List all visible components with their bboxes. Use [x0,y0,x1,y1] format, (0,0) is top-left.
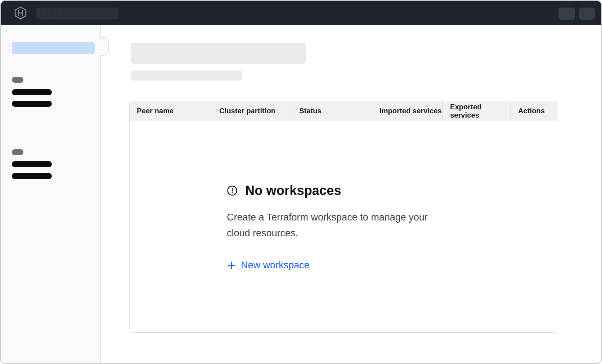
empty-state-title: No workspaces [245,183,341,198]
page-title-placeholder [131,43,306,64]
top-nav-bar [1,1,602,25]
new-workspace-label: New workspace [241,260,310,271]
hashicorp-logo-icon[interactable] [14,6,27,20]
sidebar-item-skeleton[interactable] [12,101,52,107]
plus-icon [227,261,236,270]
sidebar-item-skeleton[interactable] [12,89,52,95]
table-header-row: Peer name Cluster partition Status Impor… [130,101,558,121]
column-header-status: Status [292,101,372,121]
column-header-cluster-partition: Cluster partition [212,101,292,121]
sidebar-item-skeleton[interactable] [12,173,52,179]
column-header-exported-services: Exported services [442,101,511,121]
page-subtitle-placeholder [131,70,242,81]
empty-state-description: Create a Terraform workspace to manage y… [227,209,430,241]
column-header-imported-services: Imported services [372,101,442,121]
topbar-action-placeholder[interactable] [558,8,575,20]
empty-state: No workspaces Create a Terraform workspa… [227,183,436,272]
sidebar-collapse-handle[interactable] [100,37,109,56]
new-workspace-link[interactable]: New workspace [227,260,310,271]
column-header-actions: Actions [511,101,558,121]
alert-circle-icon [227,185,238,196]
sidebar-section-label-skeleton [12,149,23,155]
app-window: Peer name Cluster partition Status Impor… [0,0,602,364]
sidebar-item-active-skeleton[interactable] [12,42,95,54]
empty-state-title-row: No workspaces [227,183,436,199]
column-header-peer-name: Peer name [130,101,212,121]
sidebar [1,25,101,364]
topbar-action-placeholder[interactable] [579,8,595,20]
search-placeholder[interactable] [36,8,118,19]
sidebar-item-skeleton[interactable] [12,161,52,167]
sidebar-section-label-skeleton [12,77,23,83]
